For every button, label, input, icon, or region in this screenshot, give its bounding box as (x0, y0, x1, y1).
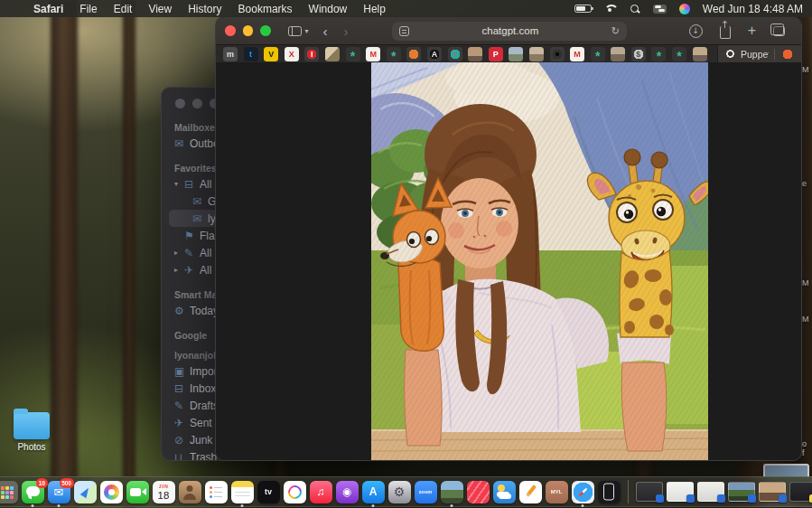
address-bar[interactable]: chatgpt.com ↻ (392, 22, 627, 41)
menu-item[interactable]: Window (301, 3, 356, 15)
notes[interactable] (231, 481, 254, 503)
facetime[interactable] (126, 481, 149, 503)
minimized-window-notes[interactable] (789, 482, 812, 502)
clipped-desktop-label: M (802, 278, 809, 287)
tab-favicon-orange[interactable] (780, 47, 795, 61)
bookmark-favicon[interactable]: ◗ (448, 47, 462, 61)
bookmark-favicon[interactable]: m (223, 47, 238, 61)
desktop-folder-photos[interactable]: Photos (11, 412, 52, 452)
menu-item[interactable]: Help (355, 3, 394, 15)
bookmark-favicon[interactable]: * (591, 47, 605, 61)
bookmark-favicon[interactable]: M (366, 47, 380, 61)
menu-item[interactable]: Edit (106, 3, 141, 15)
calendar[interactable]: JUN 18 (153, 481, 175, 503)
reload-icon[interactable]: ↻ (611, 25, 620, 37)
reminders[interactable] (205, 481, 228, 503)
close-button[interactable] (175, 99, 185, 108)
safari[interactable] (572, 481, 594, 503)
bookmark-favicon[interactable]: $ (631, 47, 646, 61)
running-indicator (582, 504, 584, 507)
music[interactable]: ♫ (310, 481, 332, 503)
bookmark-favicon[interactable] (550, 47, 565, 61)
menu-item[interactable]: History (180, 3, 229, 15)
bookmark-favicon[interactable]: A (427, 47, 442, 61)
zoom[interactable]: zoom (415, 481, 437, 503)
minimize-button[interactable] (243, 25, 254, 36)
desktop-preview[interactable] (441, 481, 463, 503)
system-settings[interactable]: ⚙ (388, 481, 411, 503)
apple-tv[interactable]: tv (257, 481, 280, 503)
news[interactable] (467, 481, 490, 503)
app-icon (126, 481, 149, 503)
share-button[interactable] (720, 26, 731, 39)
mailbox-icon: ⊟ (184, 178, 200, 191)
minimized-window-dark[interactable] (636, 482, 663, 502)
mail[interactable]: ✉ 500 (48, 481, 70, 503)
bookmark-favicon[interactable]: M (570, 47, 584, 61)
battery-icon[interactable] (574, 5, 592, 13)
thumbnail-app-badge (717, 494, 725, 503)
disclosure-chevron-icon[interactable]: ▾ (174, 180, 184, 188)
sidebar-toggle-button[interactable]: ▾ (288, 26, 309, 36)
bookmark-favicon[interactable]: * (651, 47, 666, 61)
app-store[interactable]: A (362, 481, 385, 503)
menu-item[interactable]: Bookmarks (230, 3, 301, 15)
spotlight-search-icon[interactable] (630, 4, 640, 14)
bookmark-favicon[interactable] (468, 47, 482, 61)
bookmark-favicon[interactable]: t (244, 47, 258, 61)
forward-button[interactable]: › (344, 24, 349, 39)
messages[interactable]: 10 (22, 481, 44, 503)
downloads-button[interactable]: ↓ (689, 24, 703, 38)
active-tab[interactable]: Puppets D… (717, 45, 801, 62)
freeform[interactable] (284, 481, 306, 503)
page-settings-icon[interactable] (399, 26, 409, 36)
menu-item[interactable]: File (71, 3, 105, 15)
myl[interactable]: MYL (546, 481, 568, 503)
close-button[interactable] (225, 25, 236, 36)
zoom-button[interactable] (260, 25, 271, 36)
minimized-document[interactable] (697, 482, 724, 502)
minimized-document[interactable] (667, 482, 694, 502)
bookmark-favicon[interactable] (406, 47, 421, 61)
maps[interactable] (74, 481, 97, 503)
weather[interactable] (493, 481, 516, 503)
bookmark-favicon[interactable]: * (346, 47, 360, 61)
bookmark-favicon[interactable] (693, 47, 707, 61)
wifi-icon[interactable] (604, 5, 617, 14)
bookmark-favicon[interactable]: * (387, 47, 401, 61)
contacts[interactable] (179, 481, 201, 503)
bookmark-favicon[interactable]: V (264, 47, 278, 61)
bookmark-favicon[interactable]: P (489, 47, 503, 61)
bookmark-favicon[interactable]: I (304, 47, 319, 61)
pencil-app[interactable] (519, 481, 542, 503)
minimize-button[interactable] (192, 99, 202, 108)
disclosure-chevron-icon[interactable]: ▸ (174, 266, 184, 274)
bookmark-favicon[interactable] (509, 47, 523, 61)
iphone-mirroring[interactable] (598, 481, 621, 503)
chevron-down-icon: ▾ (305, 27, 309, 35)
control-center-icon[interactable] (653, 5, 667, 14)
app-icon (598, 481, 621, 503)
bookmark-favicon[interactable] (611, 47, 625, 61)
launchpad[interactable] (0, 481, 18, 503)
minimized-photo-portrait[interactable] (759, 482, 786, 502)
new-tab-button[interactable]: + (748, 24, 756, 38)
photos[interactable] (100, 481, 123, 503)
bookmark-favicon[interactable]: X (285, 47, 299, 61)
puppets-artwork-image[interactable] (371, 62, 708, 461)
safari-window[interactable]: ▾ ‹ › chatgpt.com ↻ ↓ + mtVXI*M*A◗PM*$**… (215, 16, 802, 461)
menu-item[interactable]: View (140, 3, 180, 15)
tab-overview-button[interactable] (773, 26, 785, 36)
bookmark-favicon[interactable]: * (672, 47, 686, 61)
siri-icon[interactable] (679, 4, 690, 14)
thumbnail-app-badge (686, 494, 695, 503)
bookmark-favicon[interactable] (529, 47, 544, 61)
running-indicator (32, 504, 34, 507)
back-button[interactable]: ‹ (323, 24, 328, 39)
podcasts[interactable]: ◉ (336, 481, 359, 503)
menu-app-name[interactable]: Safari (25, 3, 71, 15)
minimized-photo-forest[interactable] (728, 482, 755, 502)
bookmark-favicon[interactable] (325, 47, 340, 61)
disclosure-chevron-icon[interactable]: ▸ (174, 249, 184, 257)
menu-bar-clock[interactable]: Wed Jun 18 4:48 AM (703, 3, 803, 15)
